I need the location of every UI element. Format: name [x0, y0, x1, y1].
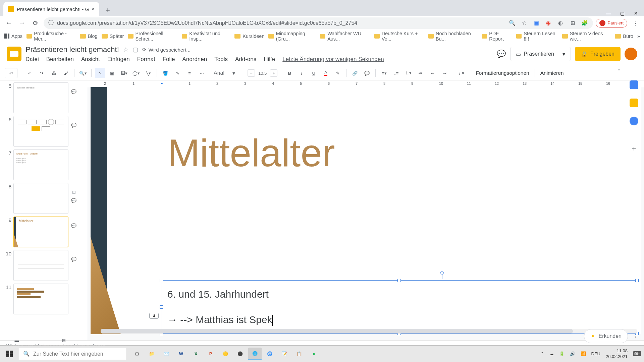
comment-indicator-icon[interactable]: 💬 — [71, 123, 76, 128]
animate-button[interactable]: Animieren — [538, 70, 566, 76]
mail-icon[interactable]: ✉️ — [160, 348, 173, 360]
text-box-selected[interactable]: ⇕ 6. und 15. Jahrhundert → --> Matthias … — [161, 280, 637, 334]
slide-thumbnail[interactable] — [13, 284, 68, 314]
vertical-ruler[interactable] — [80, 87, 87, 340]
move-document-icon[interactable]: ▢ — [132, 46, 138, 53]
extension-icon-1[interactable]: ▣ — [533, 19, 540, 27]
numbered-list-button[interactable]: ⒈▾ — [403, 68, 413, 78]
menu-tools[interactable]: Tools — [214, 56, 228, 63]
font-select[interactable]: Arial▾ — [214, 70, 240, 76]
slide-canvas[interactable]: Mittelalter ⇕ 6. und 15. Jahrhundert → -… — [91, 87, 641, 334]
close-window-icon[interactable]: ✕ — [634, 11, 638, 16]
underline-button[interactable]: U — [309, 68, 319, 78]
close-tab-icon[interactable]: × — [92, 6, 95, 12]
bookmark-item[interactable]: Mindmapping (Gru... — [268, 31, 316, 42]
app-icon[interactable]: 📋 — [292, 348, 306, 360]
grid-view-icon[interactable]: ⊞ — [57, 335, 70, 345]
slide-title-text[interactable]: Mittelalter — [168, 131, 335, 175]
account-avatar[interactable] — [625, 48, 637, 60]
battery-icon[interactable]: 🔋 — [559, 351, 565, 356]
wifi-icon[interactable]: 📶 — [581, 351, 586, 356]
bookmark-item[interactable]: Kreativität und Insp... — [182, 31, 230, 42]
task-view-icon[interactable]: ⊡ — [130, 348, 144, 360]
bookmark-item[interactable]: Produktsuche - Mer... — [26, 31, 76, 42]
menu-file[interactable]: Datei — [25, 56, 39, 63]
highlight-button[interactable]: ✎ — [333, 68, 343, 78]
app-icon[interactable]: 🟡 — [219, 348, 232, 360]
chrome-icon[interactable]: 🌐 — [248, 348, 262, 360]
menu-insert[interactable]: Einfügen — [107, 56, 130, 63]
explore-button[interactable]: Erkunden — [584, 329, 628, 343]
bookmark-item[interactable]: PDF Report — [482, 31, 512, 42]
bookmark-item[interactable]: Noch hochladen Bu... — [428, 31, 478, 42]
text-color-button[interactable]: A — [321, 68, 331, 78]
address-bar[interactable]: ⓘ docs.google.com/presentation/d/1yV372S… — [44, 17, 593, 29]
bookmark-item[interactable]: Professionell Schrei... — [128, 31, 178, 42]
minimize-icon[interactable]: — — [606, 11, 611, 16]
bookmark-item[interactable]: Wahlfächer WU Aus... — [320, 31, 370, 42]
bookmark-item[interactable]: Büro — [615, 34, 633, 39]
slide-thumbnail[interactable] — [13, 116, 68, 147]
align-button[interactable]: ≡▾ — [379, 68, 389, 78]
menu-edit[interactable]: Bearbeiten — [46, 56, 74, 63]
start-button[interactable] — [0, 346, 19, 362]
shape-tool[interactable]: ◯▾ — [131, 68, 141, 78]
format-options-button[interactable]: Formatierungsoptionen — [474, 70, 531, 76]
tasks-icon[interactable] — [630, 117, 638, 125]
clear-format-button[interactable]: T✕ — [457, 68, 467, 78]
forward-button[interactable]: → — [17, 18, 28, 28]
font-size-decrease[interactable]: − — [248, 69, 255, 77]
next-slide-arrow[interactable]: › — [631, 329, 641, 343]
spotify-icon[interactable]: ● — [307, 348, 321, 360]
present-dropdown-icon[interactable]: ▾ — [559, 51, 565, 57]
border-color-button[interactable]: ✎ — [172, 68, 182, 78]
font-size-increase[interactable]: + — [270, 69, 277, 77]
text-line-1[interactable]: 6. und 15. Jahrhundert — [167, 289, 269, 300]
slides-logo[interactable] — [7, 47, 21, 61]
comments-icon[interactable]: 💬 — [496, 49, 506, 59]
slide-thumbnail[interactable]: Erste Folie - BeispielLorem ipsumLorem i… — [13, 149, 68, 180]
comment-indicator-icon[interactable]: 💬 — [71, 257, 76, 262]
resize-handle[interactable] — [160, 279, 163, 282]
extensions-icon[interactable]: 🧩 — [581, 19, 588, 27]
fill-color-button[interactable]: 🪣 — [160, 68, 170, 78]
indent-increase-button[interactable]: ⇥ — [439, 68, 449, 78]
present-button[interactable]: ▭ Präsentieren ▾ — [510, 47, 571, 61]
profile-paused-button[interactable]: Pausiert — [596, 19, 627, 27]
image-tool[interactable]: 🖼▾ — [119, 68, 129, 78]
volume-icon[interactable]: 🔊 — [570, 351, 575, 356]
resize-handle[interactable] — [635, 279, 639, 282]
italic-button[interactable]: I — [297, 68, 307, 78]
link-button[interactable]: 🔗 — [350, 68, 360, 78]
indent-decrease-button[interactable]: ⇤ — [427, 68, 437, 78]
notification-badge[interactable]: 99+ — [633, 351, 641, 356]
bookmark-item[interactable]: Deutsche Kurs + Vo... — [374, 31, 424, 42]
slide-thumbnail[interactable] — [13, 183, 68, 214]
menu-addons[interactable]: Add-ons — [235, 56, 256, 63]
edge-icon[interactable]: 🌀 — [263, 348, 276, 360]
comment-indicator-icon[interactable]: 💬 — [71, 89, 76, 94]
text-line-2[interactable]: → --> Matthias ist Spek — [167, 314, 273, 326]
undo-button[interactable]: ↶ — [24, 68, 35, 78]
language-indicator[interactable]: DEU — [591, 351, 600, 356]
maximize-icon[interactable]: ▢ — [620, 11, 625, 16]
explorer-icon[interactable]: 📁 — [145, 348, 158, 360]
extension-icon-3[interactable]: ◐ — [557, 19, 564, 27]
bookmark-item[interactable]: Blog — [80, 34, 98, 39]
browser-menu-icon[interactable]: ⋮ — [630, 18, 641, 28]
star-document-icon[interactable]: ☆ — [123, 46, 128, 53]
rotate-handle[interactable] — [440, 271, 444, 275]
back-button[interactable]: ← — [3, 18, 14, 28]
bold-button[interactable]: B — [284, 68, 294, 78]
resize-handle[interactable] — [397, 279, 401, 282]
browser-tab[interactable]: Präsentieren leicht gemacht! - G × — [3, 2, 99, 16]
clock[interactable]: 11:0826.02.2021 — [606, 348, 628, 360]
bookmark-item[interactable]: Steuern Videos wic... — [562, 31, 611, 42]
notepad-icon[interactable]: 📝 — [278, 348, 291, 360]
bookmark-item[interactable]: Später — [102, 34, 124, 39]
resize-handle[interactable] — [160, 305, 163, 309]
bookmarks-overflow[interactable]: » — [637, 34, 640, 39]
comment-indicator-icon[interactable]: 💬 — [71, 223, 76, 228]
bookmark-item[interactable]: Kursideen — [234, 34, 264, 39]
menu-arrange[interactable]: Anordnen — [182, 56, 207, 63]
